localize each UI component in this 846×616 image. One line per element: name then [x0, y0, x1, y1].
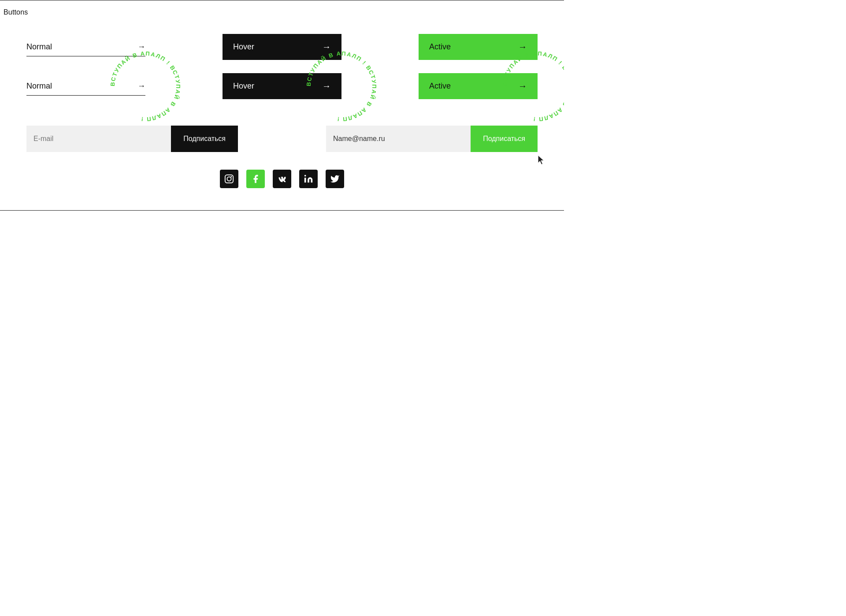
normal-button-1-label: Normal: [26, 42, 52, 52]
hover-button-2-wrapper: Hover → ВСТУПАЙ В АПАЛП ! ВСТУПАЙ В АПАЛ…: [223, 73, 341, 99]
normal-button-1[interactable]: Normal →: [26, 38, 145, 56]
instagram-icon-button[interactable]: [220, 170, 238, 188]
normal-button-2-wrapper: Normal → ВСТУПАЙ В АПАЛП ! ВСТУПАЙ В АПА…: [26, 77, 145, 96]
twitter-icon-button[interactable]: [326, 170, 344, 188]
arrow-right-icon-hover1: →: [322, 42, 331, 52]
email-input-2[interactable]: [326, 126, 471, 152]
arrow-right-icon-active1: →: [518, 42, 527, 52]
hover-button-2[interactable]: Hover →: [223, 73, 341, 99]
linkedin-icon-button[interactable]: [299, 170, 318, 188]
svg-point-5: [231, 176, 232, 178]
vk-icon-button[interactable]: [273, 170, 291, 188]
section-title: Buttons: [0, 0, 564, 16]
bottom-divider: [0, 210, 564, 211]
button-row-1: Normal → Hover → Active →: [0, 16, 564, 60]
social-icons-row: [0, 165, 564, 201]
arrow-right-icon: →: [137, 42, 145, 52]
facebook-icon-button[interactable]: [246, 170, 265, 188]
subscribe-button-2[interactable]: Подписаться: [471, 126, 538, 152]
arrow-right-icon-normal2: →: [137, 82, 145, 91]
hover-button-2-label: Hover: [233, 82, 254, 91]
svg-rect-3: [225, 175, 233, 183]
subscribe-section: Подписаться Подписаться: [0, 99, 564, 165]
subscribe-form-1: Подписаться: [26, 126, 238, 152]
svg-point-4: [227, 177, 231, 181]
hover-button-1[interactable]: Hover →: [223, 34, 341, 60]
subscribe-button-1[interactable]: Подписаться: [171, 126, 238, 152]
active-button-2-wrapper: Active → ВСТУПАЙ В АПАЛП ! ВСТУПАЙ В АПА…: [419, 73, 538, 99]
normal-button-2[interactable]: Normal →: [26, 77, 145, 96]
subscribe-form-2: Подписаться: [326, 126, 538, 152]
active-button-2[interactable]: Active →: [419, 73, 538, 99]
active-button-1[interactable]: Active →: [419, 34, 538, 60]
button-row-2: Normal → ВСТУПАЙ В АПАЛП ! ВСТУПАЙ В АПА…: [0, 60, 564, 99]
active-button-1-label: Active: [429, 42, 451, 52]
cursor-icon: [536, 155, 546, 165]
arrow-right-icon-hover2: →: [322, 81, 331, 91]
normal-button-2-label: Normal: [26, 82, 52, 91]
arrow-right-icon-active2: →: [518, 81, 527, 91]
svg-point-6: [304, 175, 306, 177]
active-button-2-label: Active: [429, 82, 451, 91]
hover-button-1-label: Hover: [233, 42, 254, 52]
email-input-1[interactable]: [26, 126, 171, 152]
